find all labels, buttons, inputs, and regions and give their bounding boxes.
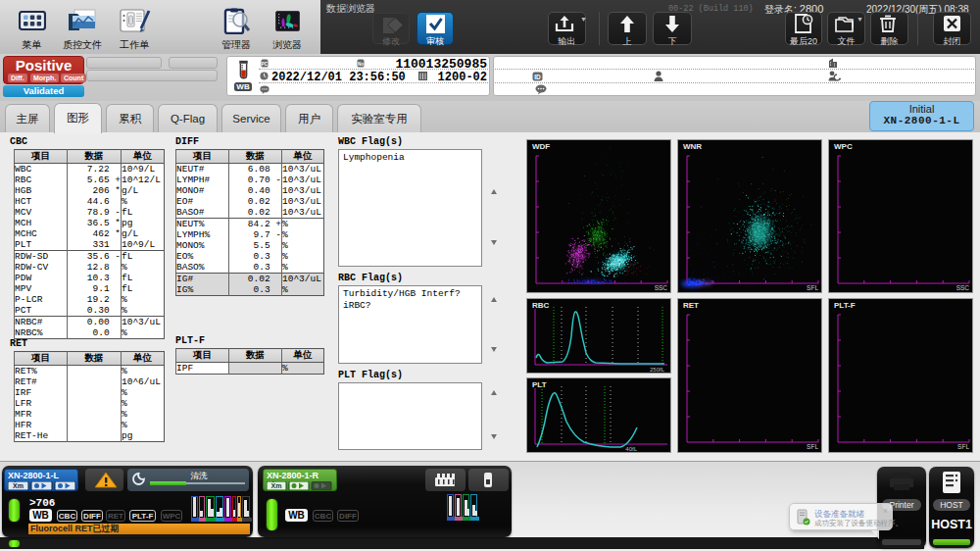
svg-text:No: No [358,61,364,66]
svg-text:SFL: SFL [807,284,818,291]
svg-text:SFL: SFL [957,443,969,450]
svg-text:SFL: SFL [807,443,818,450]
svg-text:PC: PC [262,61,269,66]
svg-text:SSC: SSC [956,284,970,291]
svg-text:X̄m: X̄m [13,481,24,489]
svg-text:ID: ID [534,74,541,80]
svg-text:SSC: SSC [655,284,668,291]
svg-text:40fL: 40fL [625,446,637,452]
svg-text:250fL: 250fL [650,367,665,373]
svg-text:X̄m: X̄m [271,481,282,489]
